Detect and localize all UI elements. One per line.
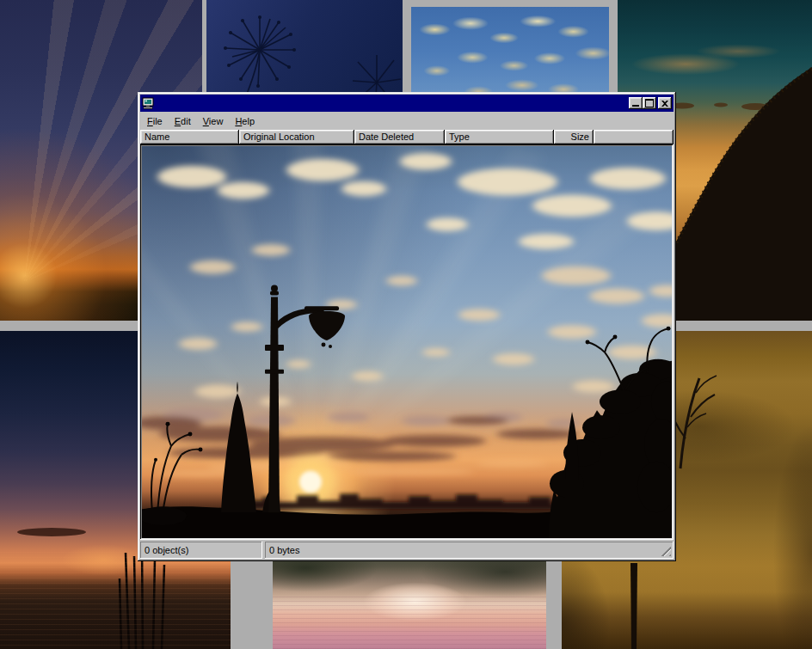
column-header-date-deleted[interactable]: Date Deleted: [354, 130, 445, 144]
minimize-button[interactable]: [629, 97, 643, 109]
column-header-name[interactable]: Name: [140, 130, 239, 144]
column-headers: Name Original Location Date Deleted Type…: [140, 130, 674, 144]
close-button[interactable]: [658, 97, 672, 109]
statusbar: 0 object(s) 0 bytes: [140, 542, 674, 559]
titlebar[interactable]: [140, 95, 674, 112]
maximize-icon: [645, 99, 654, 107]
menu-help[interactable]: Help: [229, 114, 261, 128]
menu-edit[interactable]: Edit: [169, 114, 197, 128]
maximize-button[interactable]: [643, 97, 656, 109]
close-icon: [661, 101, 668, 107]
sunset-photo-art: [142, 146, 672, 538]
column-header-original-location[interactable]: Original Location: [239, 130, 354, 144]
menu-file[interactable]: File: [141, 114, 169, 128]
menu-view[interactable]: View: [197, 114, 230, 128]
column-header-filler: [594, 130, 674, 144]
computer-icon: [142, 97, 154, 109]
column-header-size[interactable]: Size: [554, 130, 594, 144]
column-header-type[interactable]: Type: [445, 130, 554, 144]
menubar: File Edit View Help: [140, 112, 674, 130]
desktop: { "titlebar": { "app_icon": "computer-ic…: [0, 0, 812, 649]
window-controls: [629, 97, 672, 109]
status-object-count: 0 object(s): [140, 542, 262, 559]
status-byte-count: 0 bytes: [265, 542, 674, 559]
minimize-icon: [632, 105, 639, 107]
sunset-photo-background: [142, 146, 672, 538]
file-list-area[interactable]: [140, 144, 674, 540]
recycle-bin-window: File Edit View Help Name Original Locati…: [138, 92, 676, 561]
